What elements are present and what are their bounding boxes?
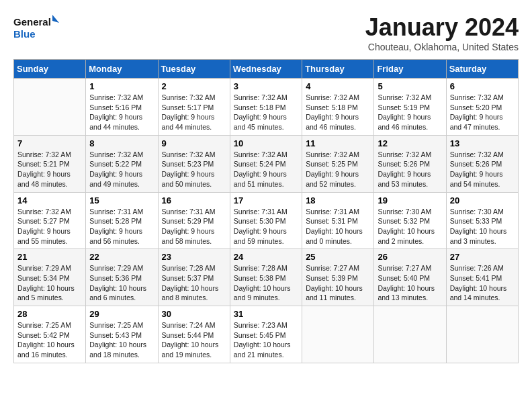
header-wednesday: Wednesday: [230, 60, 302, 79]
day-number: 22: [89, 252, 154, 262]
day-info: Sunrise: 7:32 AMSunset: 5:18 PMDaylight:…: [234, 93, 298, 132]
day-cell: 29Sunrise: 7:25 AMSunset: 5:43 PMDayligh…: [86, 306, 158, 363]
day-cell: 18Sunrise: 7:31 AMSunset: 5:31 PMDayligh…: [302, 192, 374, 249]
day-info: Sunrise: 7:32 AMSunset: 5:21 PMDaylight:…: [17, 150, 82, 189]
day-number: 26: [378, 252, 442, 262]
day-cell: 2Sunrise: 7:32 AMSunset: 5:17 PMDaylight…: [158, 79, 230, 136]
svg-marker-1: [52, 15, 59, 23]
day-cell: 8Sunrise: 7:32 AMSunset: 5:22 PMDaylight…: [86, 135, 158, 192]
day-number: 29: [89, 309, 154, 319]
day-info: Sunrise: 7:25 AMSunset: 5:43 PMDaylight:…: [89, 320, 154, 360]
day-info: Sunrise: 7:27 AMSunset: 5:40 PMDaylight:…: [378, 263, 442, 303]
day-cell: 7Sunrise: 7:32 AMSunset: 5:21 PMDaylight…: [14, 135, 86, 192]
day-number: 31: [234, 309, 298, 319]
day-number: 17: [234, 195, 298, 205]
header-friday: Friday: [374, 60, 446, 79]
day-number: 1: [89, 81, 154, 91]
day-number: 14: [17, 195, 82, 205]
day-info: Sunrise: 7:32 AMSunset: 5:26 PMDaylight:…: [450, 150, 515, 189]
day-info: Sunrise: 7:26 AMSunset: 5:41 PMDaylight:…: [450, 263, 515, 303]
day-info: Sunrise: 7:32 AMSunset: 5:23 PMDaylight:…: [162, 150, 226, 189]
day-cell: 28Sunrise: 7:25 AMSunset: 5:42 PMDayligh…: [14, 306, 86, 363]
day-info: Sunrise: 7:32 AMSunset: 5:18 PMDaylight:…: [306, 93, 370, 132]
day-number: 8: [89, 138, 154, 148]
day-number: 12: [378, 138, 442, 148]
day-cell: 11Sunrise: 7:32 AMSunset: 5:25 PMDayligh…: [302, 135, 374, 192]
day-number: 9: [162, 138, 226, 148]
day-cell: 24Sunrise: 7:28 AMSunset: 5:38 PMDayligh…: [230, 249, 302, 306]
day-number: 11: [306, 138, 370, 148]
week-row-3: 14Sunrise: 7:32 AMSunset: 5:27 PMDayligh…: [14, 192, 519, 249]
day-cell: 3Sunrise: 7:32 AMSunset: 5:18 PMDaylight…: [230, 79, 302, 136]
day-number: 20: [450, 195, 515, 205]
week-row-1: 1Sunrise: 7:32 AMSunset: 5:16 PMDaylight…: [14, 79, 519, 136]
day-info: Sunrise: 7:28 AMSunset: 5:37 PMDaylight:…: [162, 263, 226, 303]
day-cell: [302, 306, 374, 363]
day-number: 18: [306, 195, 370, 205]
day-number: 6: [450, 81, 515, 91]
day-number: 5: [378, 81, 442, 91]
day-cell: 22Sunrise: 7:29 AMSunset: 5:36 PMDayligh…: [86, 249, 158, 306]
day-cell: 27Sunrise: 7:26 AMSunset: 5:41 PMDayligh…: [446, 249, 518, 306]
day-info: Sunrise: 7:25 AMSunset: 5:42 PMDaylight:…: [17, 320, 82, 360]
day-cell: 30Sunrise: 7:24 AMSunset: 5:44 PMDayligh…: [158, 306, 230, 363]
day-cell: 4Sunrise: 7:32 AMSunset: 5:18 PMDaylight…: [302, 79, 374, 136]
day-cell: [14, 79, 86, 136]
day-cell: 20Sunrise: 7:30 AMSunset: 5:33 PMDayligh…: [446, 192, 518, 249]
day-cell: 23Sunrise: 7:28 AMSunset: 5:37 PMDayligh…: [158, 249, 230, 306]
day-info: Sunrise: 7:32 AMSunset: 5:20 PMDaylight:…: [450, 93, 515, 132]
day-info: Sunrise: 7:32 AMSunset: 5:19 PMDaylight:…: [378, 93, 442, 132]
day-cell: 10Sunrise: 7:32 AMSunset: 5:24 PMDayligh…: [230, 135, 302, 192]
day-number: 28: [17, 309, 82, 319]
title-block: January 2024 Chouteau, Oklahoma, United …: [365, 13, 519, 52]
week-row-5: 28Sunrise: 7:25 AMSunset: 5:42 PMDayligh…: [14, 306, 519, 363]
header-thursday: Thursday: [302, 60, 374, 79]
day-info: Sunrise: 7:29 AMSunset: 5:34 PMDaylight:…: [17, 263, 82, 303]
day-number: 16: [162, 195, 226, 205]
day-cell: 25Sunrise: 7:27 AMSunset: 5:39 PMDayligh…: [302, 249, 374, 306]
day-number: 27: [450, 252, 515, 262]
day-info: Sunrise: 7:32 AMSunset: 5:25 PMDaylight:…: [306, 150, 370, 189]
day-number: 10: [234, 138, 298, 148]
day-cell: [374, 306, 446, 363]
month-title: January 2024: [365, 13, 519, 42]
week-row-2: 7Sunrise: 7:32 AMSunset: 5:21 PMDaylight…: [14, 135, 519, 192]
day-cell: 21Sunrise: 7:29 AMSunset: 5:34 PMDayligh…: [14, 249, 86, 306]
day-info: Sunrise: 7:32 AMSunset: 5:17 PMDaylight:…: [162, 93, 226, 132]
day-number: 4: [306, 81, 370, 91]
day-number: 15: [89, 195, 154, 205]
day-number: 19: [378, 195, 442, 205]
day-cell: 16Sunrise: 7:31 AMSunset: 5:29 PMDayligh…: [158, 192, 230, 249]
logo: General Blue: [13, 13, 60, 44]
day-info: Sunrise: 7:32 AMSunset: 5:27 PMDaylight:…: [17, 207, 82, 246]
svg-text:Blue: Blue: [13, 28, 36, 40]
header-row: SundayMondayTuesdayWednesdayThursdayFrid…: [14, 60, 519, 79]
day-cell: 14Sunrise: 7:32 AMSunset: 5:27 PMDayligh…: [14, 192, 86, 249]
day-number: 13: [450, 138, 515, 148]
day-cell: 19Sunrise: 7:30 AMSunset: 5:32 PMDayligh…: [374, 192, 446, 249]
day-info: Sunrise: 7:32 AMSunset: 5:26 PMDaylight:…: [378, 150, 442, 189]
day-cell: 6Sunrise: 7:32 AMSunset: 5:20 PMDaylight…: [446, 79, 518, 136]
week-row-4: 21Sunrise: 7:29 AMSunset: 5:34 PMDayligh…: [14, 249, 519, 306]
day-info: Sunrise: 7:23 AMSunset: 5:45 PMDaylight:…: [234, 320, 298, 360]
day-number: 3: [234, 81, 298, 91]
svg-text:General: General: [13, 16, 51, 28]
day-info: Sunrise: 7:32 AMSunset: 5:24 PMDaylight:…: [234, 150, 298, 189]
day-number: 23: [162, 252, 226, 262]
header-monday: Monday: [86, 60, 158, 79]
header-tuesday: Tuesday: [158, 60, 230, 79]
day-number: 7: [17, 138, 82, 148]
day-number: 21: [17, 252, 82, 262]
day-number: 2: [162, 81, 226, 91]
day-info: Sunrise: 7:31 AMSunset: 5:30 PMDaylight:…: [234, 207, 298, 246]
day-cell: 17Sunrise: 7:31 AMSunset: 5:30 PMDayligh…: [230, 192, 302, 249]
day-info: Sunrise: 7:24 AMSunset: 5:44 PMDaylight:…: [162, 320, 226, 360]
day-info: Sunrise: 7:29 AMSunset: 5:36 PMDaylight:…: [89, 263, 154, 303]
day-cell: 15Sunrise: 7:31 AMSunset: 5:28 PMDayligh…: [86, 192, 158, 249]
header-sunday: Sunday: [14, 60, 86, 79]
day-cell: 26Sunrise: 7:27 AMSunset: 5:40 PMDayligh…: [374, 249, 446, 306]
day-cell: 1Sunrise: 7:32 AMSunset: 5:16 PMDaylight…: [86, 79, 158, 136]
day-number: 25: [306, 252, 370, 262]
logo-svg: General Blue: [13, 13, 60, 44]
day-info: Sunrise: 7:30 AMSunset: 5:32 PMDaylight:…: [378, 207, 442, 246]
